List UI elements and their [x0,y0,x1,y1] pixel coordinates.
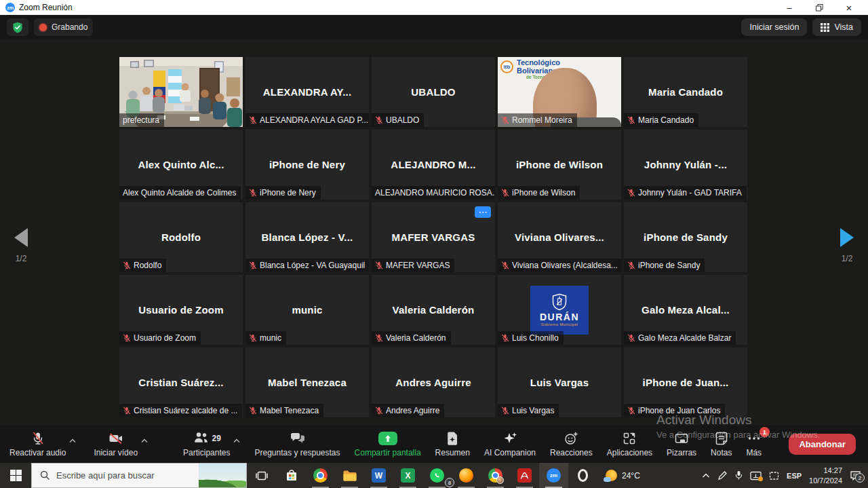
audio-options-caret[interactable] [69,434,76,446]
participant-tile[interactable]: prefectura ⋯ [119,57,243,127]
task-view-button[interactable] [247,463,277,488]
participant-tile[interactable]: UBALDO UBALDO ⋯ [372,57,495,127]
participant-tile[interactable]: iPhone de Juan... iPhone de Juan Carlos … [624,348,747,417]
taskbar-app-whatsapp[interactable]: 8 [422,463,452,488]
virtual-desktop-icon[interactable] [769,471,779,481]
leave-button[interactable]: Abandonar [789,434,856,455]
taskbar-search-input[interactable]: Escribe aquí para buscar [31,463,247,488]
participant-name-label: Alex Quinto Alcalde de Colimes [119,186,241,200]
participant-tile[interactable]: munic munic ⋯ [245,275,369,345]
muted-mic-icon [249,261,257,269]
taskbar-app-zoom[interactable]: zm [539,463,568,488]
participant-tile[interactable]: MAFER VARGAS MAFER VARGAS ⋯ [372,202,495,272]
recording-indicator[interactable]: Grabando [34,18,93,36]
participant-tile[interactable]: Luis Vargas Luis Vargas ⋯ [498,348,621,417]
apps-button[interactable]: Aplicaciones [607,431,652,457]
participant-tile[interactable]: Blanca López - V... Blanca López - VA Gu… [245,202,369,272]
security-button[interactable] [7,18,28,36]
signin-button[interactable]: Iniciar sesión [741,18,807,36]
participant-tile[interactable]: DURÁN Gobierno Municipal Luis Chonillo ⋯ [498,275,621,345]
participants-icon [193,430,210,447]
taskbar-app-chrome[interactable] [306,463,335,488]
muted-mic-icon [501,407,509,415]
taskbar-app-word[interactable]: W [364,463,393,488]
muted-mic-icon [501,261,509,269]
tray-expand-chevron[interactable] [702,473,710,478]
share-screen-icon [378,432,397,445]
search-highlight-image[interactable] [199,464,246,487]
participant-tile[interactable]: Johnny Yulán -... Johnny Yulán - GAD TAR… [624,130,747,200]
participant-tile[interactable]: Valeria Calderón Valeria Calderón ⋯ [372,275,495,345]
zoom-app-icon: zm [5,3,15,12]
taskbar-app-firefox[interactable] [452,463,481,488]
participant-tile[interactable]: Maria Candado Maria Candado ⋯ [624,57,747,127]
taskbar-weather-widget[interactable]: 24°C [597,463,648,488]
more-notification-badge: 1 [760,427,770,437]
system-tray: ESP 14:27 10/7/2024 2 [702,463,868,488]
word-icon: W [372,468,386,483]
participant-tile[interactable]: Mabel Tenezaca Mabel Tenezaca ⋯ [245,348,369,417]
view-button[interactable]: Vista [812,18,861,36]
weather-temperature: 24°C [622,471,640,481]
participants-options-caret[interactable] [233,434,240,446]
task-view-icon [256,470,268,481]
whiteboards-button[interactable]: Pizarras [667,431,696,457]
pen-icon[interactable] [717,471,728,481]
start-video-button[interactable]: Iniciar vídeo [94,431,138,457]
notes-button[interactable]: Notas [711,431,732,457]
next-page-arrow[interactable] [840,228,854,247]
participant-tile[interactable]: ALEXANDRA AY... ALEXANDRA AYALA GAD P...… [245,57,369,127]
participant-tile[interactable]: Usuario de Zoom Usuario de Zoom ⋯ [119,275,243,345]
participant-tile[interactable]: Cristian Suárez... Cristian Suárez alcal… [119,348,243,417]
minimize-button[interactable]: – [774,0,804,15]
participant-tile[interactable]: itb Tecnológico Bolivariano de Tecnologí… [498,57,621,127]
notification-center-button[interactable]: 2 [850,470,861,481]
qa-button[interactable]: Preguntas y respuestas [254,431,340,457]
page-indicator-right: 1/2 [842,254,853,263]
taskbar-app-chrome-profile[interactable] [481,463,510,488]
participants-button[interactable]: 29 Participantes [183,431,230,457]
participant-tile[interactable]: iPhone de Sandy iPhone de Sandy ⋯ [624,202,747,272]
close-button[interactable]: × [834,0,864,15]
taskbar-clock[interactable]: 14:27 10/7/2024 [809,466,842,485]
excel-icon: X [401,468,415,483]
taskbar-app-store[interactable] [277,463,306,488]
participant-tile[interactable]: Galo Meza Alcal... Galo Meza Alcalde Bal… [624,275,747,345]
participant-name-label: iPhone de Sandy [624,259,705,272]
whiteboard-icon [674,431,689,446]
muted-mic-icon [501,116,509,124]
participant-tile[interactable]: iPhone de Wilson iPhone de Wilson ⋯ [498,130,621,200]
tray-mic-icon[interactable] [735,470,743,481]
language-indicator[interactable]: ESP [787,472,802,480]
participant-tile[interactable]: iPhone de Nery iPhone de Nery ⋯ [245,130,369,200]
taskbar-app-excel[interactable]: X [393,463,422,488]
share-screen-button[interactable]: Compartir pantalla [355,431,421,457]
taskbar-app-file-explorer[interactable] [335,463,364,488]
summary-button[interactable]: Resumen [435,431,470,457]
restore-button[interactable] [804,0,834,15]
previous-page-arrow[interactable] [14,228,28,247]
taskbar-app-acrobat[interactable] [510,463,539,488]
clock-date: 10/7/2024 [809,476,842,485]
tile-more-button[interactable]: ⋯ [475,206,491,218]
participant-name-label: ALEXANDRA AYALA GAD P... [245,113,369,127]
screen-share-tray-icon[interactable] [750,471,762,481]
participant-tile[interactable]: Andres Aguirre Andres Aguirre ⋯ [372,348,495,417]
participant-tile[interactable]: Viviana Olivares... Viviana Olivares (Al… [498,202,621,272]
more-button[interactable]: 1 Más [746,431,762,457]
zoom-meeting-window: zm Zoom Reunión – × Grabando [0,0,868,488]
share-screen-label: Compartir pantalla [355,448,421,457]
muted-mic-icon [627,407,635,415]
participant-tile[interactable]: ALEJANDRO M... ALEJANDRO MAURICIO ROSA..… [372,130,495,200]
muted-mic-icon [375,334,383,342]
participant-tile[interactable]: Alex Quinto Alc... Alex Quinto Alcalde d… [119,130,243,200]
participant-tile[interactable]: Rodolfo Rodolfo ⋯ [119,202,243,272]
ai-companion-button[interactable]: AI Companion [484,431,536,457]
reactions-button[interactable]: Reacciones [550,431,593,457]
unmute-audio-button[interactable]: Reactivar audio [9,431,66,457]
participant-name-label: Valeria Calderón [372,331,451,345]
taskbar-app-opera[interactable] [568,463,597,488]
video-options-caret[interactable] [141,434,148,446]
start-button[interactable] [0,463,31,488]
muted-mic-icon [627,334,635,342]
